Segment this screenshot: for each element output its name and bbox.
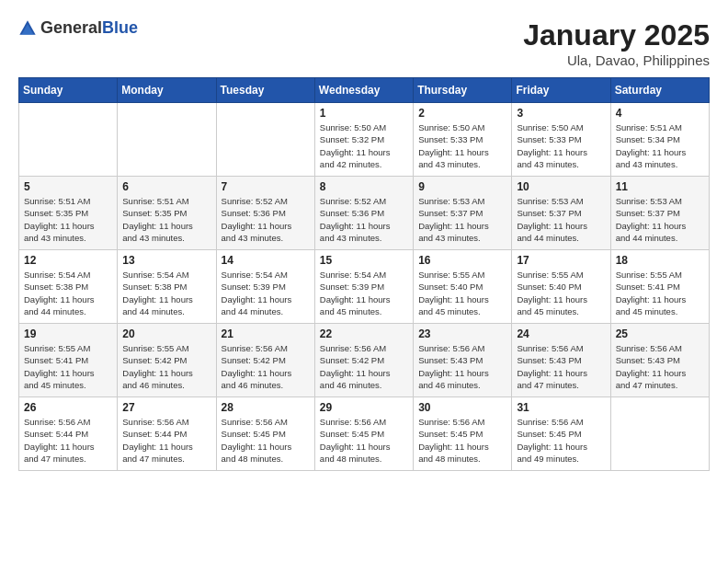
day-number: 15 xyxy=(320,254,408,267)
day-header-saturday: Saturday xyxy=(610,78,709,103)
calendar-cell: 24Sunrise: 5:56 AM Sunset: 5:43 PM Dayli… xyxy=(512,324,610,397)
cell-content: Sunrise: 5:54 AM Sunset: 5:39 PM Dayligh… xyxy=(222,269,310,317)
calendar-week-row: 19Sunrise: 5:55 AM Sunset: 5:41 PM Dayli… xyxy=(19,324,710,397)
calendar-cell: 17Sunrise: 5:55 AM Sunset: 5:40 PM Dayli… xyxy=(512,250,610,324)
day-number: 22 xyxy=(320,327,408,340)
cell-content: Sunrise: 5:54 AM Sunset: 5:39 PM Dayligh… xyxy=(320,269,408,317)
cell-content: Sunrise: 5:52 AM Sunset: 5:36 PM Dayligh… xyxy=(222,195,310,244)
calendar-cell: 14Sunrise: 5:54 AM Sunset: 5:39 PM Dayli… xyxy=(216,250,314,324)
calendar-cell xyxy=(216,103,314,177)
calendar-table: SundayMondayTuesdayWednesdayThursdayFrid… xyxy=(18,77,710,471)
cell-content: Sunrise: 5:54 AM Sunset: 5:38 PM Dayligh… xyxy=(24,269,112,317)
logo: GeneralBlue xyxy=(18,18,138,38)
calendar-cell: 27Sunrise: 5:56 AM Sunset: 5:44 PM Dayli… xyxy=(118,397,216,471)
cell-content: Sunrise: 5:55 AM Sunset: 5:40 PM Dayligh… xyxy=(517,269,605,317)
day-number: 23 xyxy=(418,327,506,340)
calendar-cell: 12Sunrise: 5:54 AM Sunset: 5:38 PM Dayli… xyxy=(19,250,118,324)
day-header-wednesday: Wednesday xyxy=(314,78,413,103)
day-number: 5 xyxy=(24,180,112,193)
day-number: 10 xyxy=(517,180,605,193)
calendar-cell: 22Sunrise: 5:56 AM Sunset: 5:42 PM Dayli… xyxy=(314,324,413,397)
month-title: January 2025 xyxy=(523,18,710,52)
day-number: 11 xyxy=(616,180,704,193)
calendar-cell: 6Sunrise: 5:51 AM Sunset: 5:35 PM Daylig… xyxy=(118,177,216,250)
cell-content: Sunrise: 5:50 AM Sunset: 5:33 PM Dayligh… xyxy=(418,121,506,170)
cell-content: Sunrise: 5:55 AM Sunset: 5:40 PM Dayligh… xyxy=(418,269,506,317)
logo-icon xyxy=(18,19,37,38)
cell-content: Sunrise: 5:56 AM Sunset: 5:44 PM Dayligh… xyxy=(122,416,210,465)
calendar-cell xyxy=(19,103,118,177)
calendar-cell: 15Sunrise: 5:54 AM Sunset: 5:39 PM Dayli… xyxy=(314,250,413,324)
day-number: 1 xyxy=(320,107,408,120)
day-number: 14 xyxy=(222,254,310,267)
cell-content: Sunrise: 5:52 AM Sunset: 5:36 PM Dayligh… xyxy=(320,195,408,244)
cell-content: Sunrise: 5:53 AM Sunset: 5:37 PM Dayligh… xyxy=(418,195,506,244)
cell-content: Sunrise: 5:56 AM Sunset: 5:42 PM Dayligh… xyxy=(222,342,310,391)
calendar-cell: 29Sunrise: 5:56 AM Sunset: 5:45 PM Dayli… xyxy=(314,397,413,471)
day-number: 8 xyxy=(320,180,408,193)
cell-content: Sunrise: 5:50 AM Sunset: 5:33 PM Dayligh… xyxy=(517,121,605,170)
calendar-cell: 5Sunrise: 5:51 AM Sunset: 5:35 PM Daylig… xyxy=(19,177,118,250)
day-number: 25 xyxy=(616,327,704,340)
cell-content: Sunrise: 5:56 AM Sunset: 5:44 PM Dayligh… xyxy=(24,416,112,465)
calendar-cell xyxy=(118,103,216,177)
calendar-cell: 28Sunrise: 5:56 AM Sunset: 5:45 PM Dayli… xyxy=(216,397,314,471)
calendar-cell: 7Sunrise: 5:52 AM Sunset: 5:36 PM Daylig… xyxy=(216,177,314,250)
day-number: 17 xyxy=(517,254,605,267)
day-header-tuesday: Tuesday xyxy=(216,78,314,103)
calendar-week-row: 5Sunrise: 5:51 AM Sunset: 5:35 PM Daylig… xyxy=(19,177,710,250)
calendar-cell: 18Sunrise: 5:55 AM Sunset: 5:41 PM Dayli… xyxy=(610,250,709,324)
calendar-cell: 11Sunrise: 5:53 AM Sunset: 5:37 PM Dayli… xyxy=(610,177,709,250)
day-number: 3 xyxy=(517,107,605,120)
calendar-cell: 2Sunrise: 5:50 AM Sunset: 5:33 PM Daylig… xyxy=(414,103,512,177)
day-number: 2 xyxy=(418,107,506,120)
cell-content: Sunrise: 5:50 AM Sunset: 5:32 PM Dayligh… xyxy=(320,121,408,170)
calendar-cell: 26Sunrise: 5:56 AM Sunset: 5:44 PM Dayli… xyxy=(19,397,118,471)
title-block: January 2025 Ula, Davao, Philippines xyxy=(523,18,710,68)
calendar-week-row: 1Sunrise: 5:50 AM Sunset: 5:32 PM Daylig… xyxy=(19,103,710,177)
calendar-header-row: SundayMondayTuesdayWednesdayThursdayFrid… xyxy=(19,78,710,103)
cell-content: Sunrise: 5:51 AM Sunset: 5:35 PM Dayligh… xyxy=(122,195,210,244)
cell-content: Sunrise: 5:56 AM Sunset: 5:43 PM Dayligh… xyxy=(418,342,506,391)
day-number: 29 xyxy=(320,401,408,414)
calendar-cell: 9Sunrise: 5:53 AM Sunset: 5:37 PM Daylig… xyxy=(414,177,512,250)
cell-content: Sunrise: 5:55 AM Sunset: 5:41 PM Dayligh… xyxy=(616,269,704,317)
cell-content: Sunrise: 5:51 AM Sunset: 5:34 PM Dayligh… xyxy=(616,121,704,170)
cell-content: Sunrise: 5:56 AM Sunset: 5:43 PM Dayligh… xyxy=(517,342,605,391)
page-header: GeneralBlue January 2025 Ula, Davao, Phi… xyxy=(18,18,710,68)
calendar-cell: 30Sunrise: 5:56 AM Sunset: 5:45 PM Dayli… xyxy=(414,397,512,471)
logo-general-text: General xyxy=(40,18,102,37)
calendar-cell: 16Sunrise: 5:55 AM Sunset: 5:40 PM Dayli… xyxy=(414,250,512,324)
calendar-cell: 31Sunrise: 5:56 AM Sunset: 5:45 PM Dayli… xyxy=(512,397,610,471)
day-number: 24 xyxy=(517,327,605,340)
day-header-thursday: Thursday xyxy=(414,78,512,103)
calendar-cell: 8Sunrise: 5:52 AM Sunset: 5:36 PM Daylig… xyxy=(314,177,413,250)
logo-blue-text: Blue xyxy=(102,18,138,37)
day-number: 12 xyxy=(24,254,112,267)
location-title: Ula, Davao, Philippines xyxy=(523,52,710,68)
day-number: 6 xyxy=(122,180,210,193)
calendar-cell xyxy=(610,397,709,471)
calendar-cell: 19Sunrise: 5:55 AM Sunset: 5:41 PM Dayli… xyxy=(19,324,118,397)
calendar-cell: 25Sunrise: 5:56 AM Sunset: 5:43 PM Dayli… xyxy=(610,324,709,397)
cell-content: Sunrise: 5:53 AM Sunset: 5:37 PM Dayligh… xyxy=(517,195,605,244)
cell-content: Sunrise: 5:56 AM Sunset: 5:45 PM Dayligh… xyxy=(517,416,605,465)
day-number: 19 xyxy=(24,327,112,340)
cell-content: Sunrise: 5:55 AM Sunset: 5:42 PM Dayligh… xyxy=(122,342,210,391)
day-number: 16 xyxy=(418,254,506,267)
cell-content: Sunrise: 5:53 AM Sunset: 5:37 PM Dayligh… xyxy=(616,195,704,244)
calendar-week-row: 12Sunrise: 5:54 AM Sunset: 5:38 PM Dayli… xyxy=(19,250,710,324)
cell-content: Sunrise: 5:56 AM Sunset: 5:43 PM Dayligh… xyxy=(616,342,704,391)
calendar-cell: 4Sunrise: 5:51 AM Sunset: 5:34 PM Daylig… xyxy=(610,103,709,177)
day-number: 31 xyxy=(517,401,605,414)
calendar-cell: 1Sunrise: 5:50 AM Sunset: 5:32 PM Daylig… xyxy=(314,103,413,177)
calendar-week-row: 26Sunrise: 5:56 AM Sunset: 5:44 PM Dayli… xyxy=(19,397,710,471)
calendar-cell: 23Sunrise: 5:56 AM Sunset: 5:43 PM Dayli… xyxy=(414,324,512,397)
day-number: 30 xyxy=(418,401,506,414)
cell-content: Sunrise: 5:56 AM Sunset: 5:45 PM Dayligh… xyxy=(320,416,408,465)
cell-content: Sunrise: 5:56 AM Sunset: 5:45 PM Dayligh… xyxy=(222,416,310,465)
day-header-monday: Monday xyxy=(118,78,216,103)
day-number: 18 xyxy=(616,254,704,267)
cell-content: Sunrise: 5:56 AM Sunset: 5:42 PM Dayligh… xyxy=(320,342,408,391)
calendar-cell: 10Sunrise: 5:53 AM Sunset: 5:37 PM Dayli… xyxy=(512,177,610,250)
